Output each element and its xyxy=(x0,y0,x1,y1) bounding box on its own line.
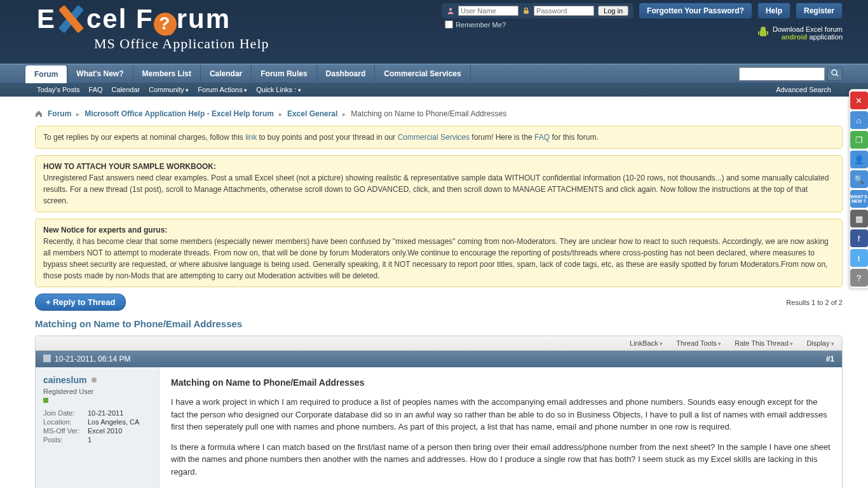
notice-moderation: New Notice for experts and gurus: Recent… xyxy=(35,219,843,287)
post-permalink[interactable]: #1 xyxy=(826,355,834,363)
download-line1: Download Excel forum xyxy=(773,25,843,33)
tab-commercial[interactable]: Commercial Services xyxy=(375,65,470,83)
subnav-quicklinks[interactable]: Quick Links : xyxy=(256,86,301,93)
password-input[interactable] xyxy=(534,6,594,16)
location-value: Los Angeles, CA xyxy=(88,418,151,426)
search-icon xyxy=(831,69,839,77)
user-icon xyxy=(447,7,454,15)
reputation-icon xyxy=(43,398,48,403)
crumb-sep: ▸ xyxy=(279,111,282,118)
posts-value: 1 xyxy=(88,436,151,444)
dock-close-icon[interactable]: ✕ xyxy=(850,92,868,109)
android-icon xyxy=(757,27,769,39)
remember-me[interactable]: Remember Me? xyxy=(445,20,506,29)
crumb-sep: ▸ xyxy=(342,111,346,118)
post-header: 10-21-2011, 06:14 PM #1 xyxy=(36,351,842,367)
crumb-office-help[interactable]: Microsoft Office Application Help - Exce… xyxy=(85,109,274,118)
notice-faq-link[interactable]: FAQ xyxy=(534,133,550,142)
svg-point-0 xyxy=(449,8,452,11)
download-app-badge[interactable]: Download Excel forum android application xyxy=(757,25,843,41)
login-button[interactable] xyxy=(598,6,628,16)
notice-link[interactable]: link xyxy=(245,133,257,142)
join-date-label: Join Date: xyxy=(43,409,85,417)
results-count: Results 1 to 2 of 2 xyxy=(786,299,843,306)
svg-rect-8 xyxy=(43,355,51,362)
login-form xyxy=(442,3,634,18)
help-button[interactable]: Help xyxy=(757,3,790,19)
dock-help-icon[interactable]: ? xyxy=(850,269,868,287)
dock-search-icon[interactable]: 🔍 xyxy=(850,170,868,188)
notice-commercial-link[interactable]: Commercial Services xyxy=(398,133,470,142)
breadcrumb: Forum ▸ Microsoft Office Application Hel… xyxy=(35,104,843,126)
tab-calendar[interactable]: Calendar xyxy=(201,65,252,83)
register-button[interactable]: Register xyxy=(796,3,843,19)
location-label: Location: xyxy=(43,418,85,426)
subnav-community[interactable]: Community xyxy=(149,86,189,93)
search-button[interactable] xyxy=(827,67,843,81)
tab-rules[interactable]: Forum Rules xyxy=(252,65,316,83)
post-status-icon xyxy=(43,355,51,362)
display-menu[interactable]: Display xyxy=(806,339,834,347)
user-title: Registered User xyxy=(43,388,151,395)
svg-rect-1 xyxy=(524,10,529,13)
post-message: Matching on Name to Phone/Email Addresse… xyxy=(159,367,842,488)
dock-twitter-icon[interactable]: t xyxy=(850,249,868,267)
username-input[interactable] xyxy=(458,6,519,16)
tab-forum[interactable]: Forum xyxy=(25,65,67,83)
post-tools-bar: LinkBack Thread Tools Rate This Thread D… xyxy=(35,336,843,351)
crumb-current: Matching on Name to Phone/Email Addresse… xyxy=(351,109,506,118)
post-para: Is there a formula where I can match bas… xyxy=(171,441,831,478)
logo-subtitle: MS Office Application Help xyxy=(37,36,868,52)
svg-rect-5 xyxy=(767,31,768,35)
advanced-search-link[interactable]: Advanced Search xyxy=(776,86,831,93)
online-status-icon xyxy=(92,377,97,383)
crumb-excel-general[interactable]: Excel General xyxy=(287,109,337,118)
svg-point-3 xyxy=(761,27,766,32)
home-icon[interactable] xyxy=(35,110,43,118)
user-info: caineslum Registered User Join Date:10-2… xyxy=(36,367,159,488)
dock-user-icon[interactable]: 👤 xyxy=(850,151,868,168)
post-date: 10-21-2011, 06:14 PM xyxy=(55,355,130,363)
thread-toolbar: Reply to Thread Results 1 to 2 of 2 xyxy=(35,294,843,311)
subnav-today[interactable]: Today's Posts xyxy=(37,86,80,93)
dock-home-icon[interactable]: ⌂ xyxy=(850,111,868,129)
version-label: MS-Off Ver: xyxy=(43,427,85,435)
subnav-calendar[interactable]: Calendar xyxy=(112,86,140,93)
tab-members[interactable]: Members List xyxy=(133,65,201,83)
notice-heading: HOW TO ATTACH YOUR SAMPLE WORKBOOK: xyxy=(43,161,834,172)
dock-whats-new-icon[interactable]: WHAT'SNEW ? xyxy=(850,190,868,208)
remember-label: Remember Me? xyxy=(456,21,506,29)
android-word: android xyxy=(782,33,807,41)
dock-chat-icon[interactable]: ❐ xyxy=(850,131,868,149)
crumb-forum[interactable]: Forum xyxy=(48,109,71,118)
post-para: As a note there may not always be a matc… xyxy=(171,485,831,488)
top-strip: Forgotten Your Password? Help Register xyxy=(442,3,843,19)
subnav-actions[interactable]: Forum Actions xyxy=(198,86,247,93)
join-date-value: 10-21-2011 xyxy=(88,409,151,417)
notice-commercial: To get replies by our experts at nominal… xyxy=(35,126,843,149)
svg-rect-4 xyxy=(758,31,759,35)
dock-grid-icon[interactable]: ▦ xyxy=(850,210,868,227)
thread-title: Matching on Name to Phone/Email Addresse… xyxy=(35,316,843,336)
thread-tools-menu[interactable]: Thread Tools xyxy=(676,339,721,347)
tab-whats-new[interactable]: What's New? xyxy=(67,65,133,83)
lock-icon xyxy=(522,7,530,15)
nav-search xyxy=(739,65,843,83)
dock-facebook-icon[interactable]: f xyxy=(850,229,868,247)
tab-dashboard[interactable]: Dashboard xyxy=(317,65,376,83)
side-dock: ✕ ⌂ ❐ 👤 🔍 WHAT'SNEW ? ▦ f t ? xyxy=(849,89,868,289)
sub-nav: Today's Posts FAQ Calendar Community For… xyxy=(0,83,868,97)
linkback-menu[interactable]: LinkBack xyxy=(630,339,663,347)
post-para: I have a work project in which I am requ… xyxy=(171,396,831,433)
search-input[interactable] xyxy=(739,67,825,81)
username-link[interactable]: caineslum xyxy=(43,375,86,385)
posts-label: Posts: xyxy=(43,436,85,444)
reply-button[interactable]: Reply to Thread xyxy=(35,294,126,311)
post-title: Matching on Name to Phone/Email Addresse… xyxy=(171,376,831,390)
rate-thread-menu[interactable]: Rate This Thread xyxy=(735,339,793,347)
notice-heading: New Notice for experts and gurus: xyxy=(43,224,834,236)
subnav-faq[interactable]: FAQ xyxy=(89,86,103,93)
notice-attach: HOW TO ATTACH YOUR SAMPLE WORKBOOK: Unre… xyxy=(35,155,843,212)
forgot-password-button[interactable]: Forgotten Your Password? xyxy=(639,3,752,19)
remember-checkbox[interactable] xyxy=(445,20,453,29)
